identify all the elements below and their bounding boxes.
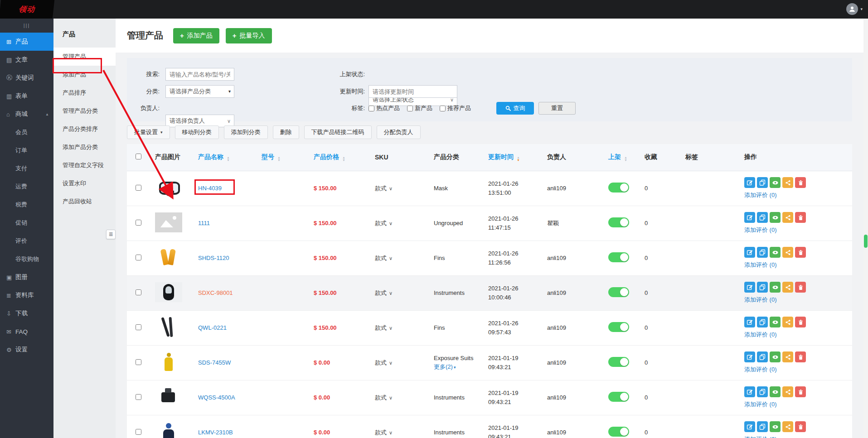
more-categories-link[interactable]: 更多(2)▾ xyxy=(434,363,456,371)
panel-toggle-button[interactable]: ≣ xyxy=(106,230,116,239)
product-name-link[interactable]: SHDS-1120 xyxy=(198,255,229,261)
tag-checkbox[interactable] xyxy=(440,106,446,111)
preview-button[interactable] xyxy=(770,177,781,188)
toolbar-button[interactable]: 添加到分类 xyxy=(224,125,268,139)
tag-checkbox-option[interactable]: 新产品 xyxy=(407,104,432,112)
copy-button[interactable] xyxy=(757,317,768,327)
delete-button[interactable] xyxy=(795,317,806,327)
add-review-link[interactable]: 添加评价 (0) xyxy=(744,226,777,234)
tag-checkbox[interactable] xyxy=(369,106,374,111)
publish-toggle[interactable] xyxy=(608,392,629,402)
search-input[interactable] xyxy=(166,68,234,80)
edit-button[interactable] xyxy=(744,386,755,397)
toolbar-button[interactable]: 移动到分类 xyxy=(175,125,219,139)
share-button[interactable] xyxy=(782,351,793,362)
sidebar-item[interactable]: 促销 xyxy=(0,214,53,232)
preview-button[interactable] xyxy=(770,351,781,362)
submenu-item[interactable]: 管理产品 xyxy=(53,48,116,66)
row-checkbox[interactable] xyxy=(136,255,141,260)
edit-button[interactable] xyxy=(744,421,755,432)
app-logo[interactable]: 领动 xyxy=(0,0,54,19)
copy-button[interactable] xyxy=(757,351,768,362)
copy-button[interactable] xyxy=(757,247,768,258)
submenu-item[interactable]: 设置水印 xyxy=(53,174,116,193)
preview-button[interactable] xyxy=(770,421,781,432)
column-header[interactable]: 产品名称 ▲ ▼ xyxy=(193,144,256,171)
copy-button[interactable] xyxy=(757,386,768,397)
column-header[interactable]: 产品价格 ▲ ▼ xyxy=(308,144,369,171)
product-name-link[interactable]: QWL-0221 xyxy=(198,324,227,331)
category-select[interactable]: 请选择产品分类 ▾ xyxy=(165,85,234,98)
sku-dropdown[interactable]: 款式∨ xyxy=(375,324,393,331)
share-button[interactable] xyxy=(782,247,793,258)
sidebar-item[interactable]: ▣ 图册 xyxy=(0,268,53,286)
row-checkbox[interactable] xyxy=(136,185,141,191)
sku-dropdown[interactable]: 款式∨ xyxy=(375,289,393,296)
tag-checkbox-option[interactable]: 推荐产品 xyxy=(440,104,471,112)
update-time-input[interactable] xyxy=(369,86,457,97)
sidebar-item[interactable]: 运费 xyxy=(0,178,53,196)
sidebar-item[interactable]: Ⓚ 关键词 xyxy=(0,69,53,87)
sidebar-item[interactable]: ⚙ 设置 xyxy=(0,341,53,359)
product-name-link[interactable]: 1111 xyxy=(198,220,210,226)
submenu-item[interactable]: 管理产品分类 xyxy=(53,102,116,120)
submenu-item[interactable]: 产品分类排序 xyxy=(53,120,116,138)
add-review-link[interactable]: 添加评价 (0) xyxy=(744,261,777,269)
preview-button[interactable] xyxy=(770,212,781,223)
publish-toggle[interactable] xyxy=(608,357,629,367)
sidebar-item[interactable]: 订单 xyxy=(0,141,53,159)
sidebar-item[interactable]: 谷歌购物 xyxy=(0,250,53,268)
share-button[interactable] xyxy=(782,386,793,397)
delete-button[interactable] xyxy=(795,282,806,293)
preview-button[interactable] xyxy=(770,386,781,397)
user-menu[interactable]: ▾ xyxy=(846,3,863,15)
share-button[interactable] xyxy=(782,317,793,327)
toolbar-button[interactable]: 分配负责人 xyxy=(377,125,421,139)
product-name-link[interactable]: SDXC-98001 xyxy=(198,289,233,296)
sku-dropdown[interactable]: 款式∨ xyxy=(375,394,393,401)
copy-button[interactable] xyxy=(757,212,768,223)
sidebar-item[interactable]: 支付 xyxy=(0,159,53,178)
column-header[interactable]: 上架 ▲ ▼ xyxy=(603,144,639,171)
share-button[interactable] xyxy=(782,177,793,188)
toolbar-button[interactable]: 删除 xyxy=(273,125,299,139)
sku-dropdown[interactable]: 款式∨ xyxy=(375,185,393,192)
preview-button[interactable] xyxy=(770,317,781,327)
publish-toggle[interactable] xyxy=(608,217,629,227)
sidebar-item[interactable]: 会员 xyxy=(0,123,53,141)
row-checkbox[interactable] xyxy=(136,429,141,435)
publish-toggle[interactable] xyxy=(608,252,629,262)
sidebar-item[interactable]: 税费 xyxy=(0,196,53,214)
delete-button[interactable] xyxy=(795,247,806,258)
row-checkbox[interactable] xyxy=(136,220,141,226)
submenu-item[interactable]: 产品排序 xyxy=(53,84,116,102)
publish-toggle[interactable] xyxy=(608,322,629,332)
preview-button[interactable] xyxy=(770,247,781,258)
query-button[interactable]: 查询 xyxy=(496,102,534,115)
copy-button[interactable] xyxy=(757,282,768,293)
edit-button[interactable] xyxy=(744,317,755,327)
scrollbar-thumb[interactable] xyxy=(864,235,868,248)
delete-button[interactable] xyxy=(795,351,806,362)
delete-button[interactable] xyxy=(795,421,806,432)
product-name-link[interactable]: WQSS-4500A xyxy=(198,394,235,401)
add-review-link[interactable]: 添加评价 (0) xyxy=(744,435,777,438)
sidebar-item[interactable]: ⊞ 产品 xyxy=(0,33,53,51)
sidebar-item[interactable]: ⌂ 商城 ▲ xyxy=(0,105,53,123)
submenu-item[interactable]: 添加产品 xyxy=(53,66,116,84)
add-review-link[interactable]: 添加评价 (0) xyxy=(744,191,777,199)
product-name-link[interactable]: SDS-7455W xyxy=(198,359,231,366)
sidebar-item[interactable]: ✉ FAQ xyxy=(0,322,53,341)
column-header[interactable]: 型号 ▲ ▼ xyxy=(256,144,308,171)
column-header[interactable]: 更新时间 ▲ ▼ xyxy=(483,144,542,171)
copy-button[interactable] xyxy=(757,177,768,188)
edit-button[interactable] xyxy=(744,282,755,293)
preview-button[interactable] xyxy=(770,282,781,293)
delete-button[interactable] xyxy=(795,386,806,397)
add-product-button[interactable]: + 添加产品 xyxy=(173,28,219,43)
row-checkbox[interactable] xyxy=(136,359,141,365)
publish-toggle[interactable] xyxy=(608,427,629,437)
sidebar-item[interactable]: ▤ 文章 xyxy=(0,51,53,69)
sidebar-item[interactable]: ⇩ 下载 xyxy=(0,304,53,322)
copy-button[interactable] xyxy=(757,421,768,432)
